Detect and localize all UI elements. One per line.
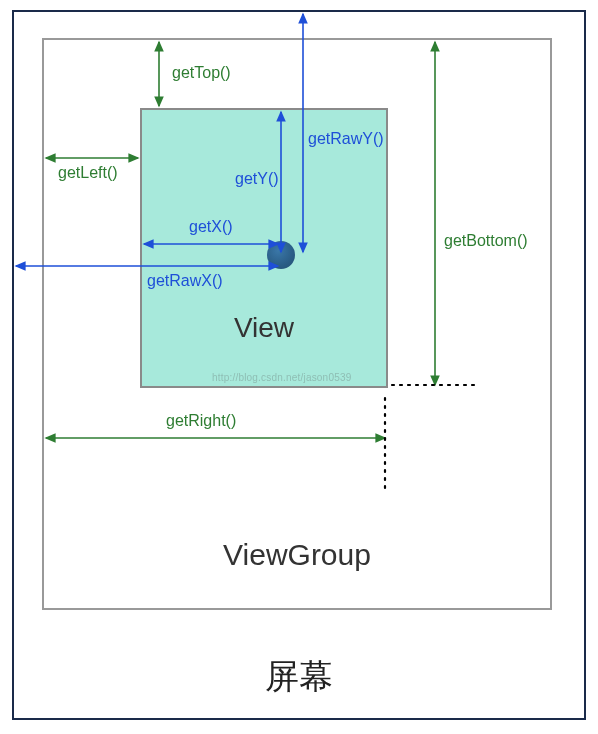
label-get-x: getX() — [189, 218, 233, 236]
view-label: View — [142, 312, 386, 344]
viewgroup-label: ViewGroup — [44, 538, 550, 572]
view-frame: View http://blog.csdn.net/jason0539 — [140, 108, 388, 388]
label-get-bottom: getBottom() — [444, 232, 528, 250]
watermark-text: http://blog.csdn.net/jason0539 — [212, 372, 351, 383]
label-get-right: getRight() — [166, 412, 236, 430]
screen-label: 屏幕 — [14, 654, 584, 700]
label-get-raw-x: getRawX() — [147, 272, 223, 290]
touch-point — [267, 241, 295, 269]
label-get-raw-y: getRawY() — [308, 130, 384, 148]
label-get-left: getLeft() — [58, 164, 118, 182]
label-get-y: getY() — [235, 170, 279, 188]
label-get-top: getTop() — [172, 64, 231, 82]
